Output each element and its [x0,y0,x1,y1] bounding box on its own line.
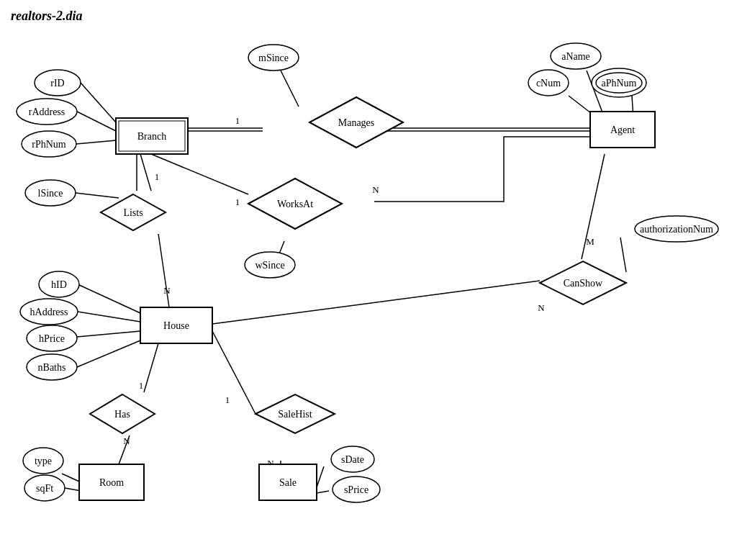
svg-line-4 [76,193,119,198]
svg-line-2 [76,140,116,144]
svg-line-1 [77,112,116,131]
attr-hPrice-label: hPrice [39,333,65,344]
attr-aName-label: aName [561,51,590,62]
entity-sale-label: Sale [279,477,297,488]
attr-sqFt-label: sqFt [36,483,53,494]
svg-line-15 [212,281,540,324]
relationship-manages-label: Manages [338,117,375,128]
attr-rPhNum-label: rPhNum [32,139,66,150]
cardinality-canshow-agent: M [586,236,594,247]
attr-rID-label: rID [50,78,64,89]
attr-nBaths-label: nBaths [38,362,66,373]
cardinality-lists-branch: 1 [155,171,160,182]
svg-line-30 [281,71,299,107]
attr-authNum-label: authorizationNum [640,224,713,235]
attr-type-label: type [35,456,52,466]
svg-line-29 [317,491,329,493]
entity-branch-label: Branch [137,131,166,142]
cardinality-canshow-house: N [538,302,545,313]
attr-lSince-label: lSince [38,188,63,199]
relationship-has-label: Has [114,409,130,420]
svg-line-20 [77,331,140,337]
cardinality-worksat-branch: 1 [235,197,240,207]
entity-house-label: House [163,320,189,331]
svg-line-19 [78,312,140,322]
relationship-lists-label: Lists [123,207,143,218]
attr-rAddress-label: rAddress [29,107,65,117]
svg-line-17 [620,238,626,272]
relationship-salehist-label: SaleHist [278,409,312,420]
svg-line-28 [317,466,324,487]
svg-line-12 [151,154,248,194]
svg-line-21 [77,340,140,367]
svg-line-22 [144,343,158,392]
svg-line-14 [158,234,169,307]
attr-aPhNum-label: aPhNum [602,78,637,89]
attr-hAddress-label: hAddress [30,307,68,317]
svg-line-13 [140,154,151,191]
attr-sPrice-label: sPrice [344,484,368,495]
cardinality-lists-house: N [163,285,171,296]
attr-sDate-label: sDate [341,454,364,465]
cardinality-worksat-agent: N [372,184,379,195]
relationship-canshow-label: CanShow [564,278,603,289]
attr-hID-label: hID [51,279,67,290]
cardinality-salehist-house: 1 [225,394,230,405]
cardinality-manages-branch: 1 [235,115,240,126]
diagram-title: realtors-2.dia [11,9,83,23]
attr-cNum-label: cNum [536,78,561,89]
cardinality-has-room: N [123,435,130,446]
cardinality-has-house: 1 [139,380,144,391]
svg-line-18 [78,284,140,313]
relationship-worksat-label: WorksAt [277,199,313,209]
attr-mSince-label: mSince [258,53,289,63]
entity-room-label: Room [99,477,124,488]
svg-line-26 [212,331,256,414]
attr-wSince-label: wSince [255,260,284,271]
entity-agent-label: Agent [610,125,635,135]
